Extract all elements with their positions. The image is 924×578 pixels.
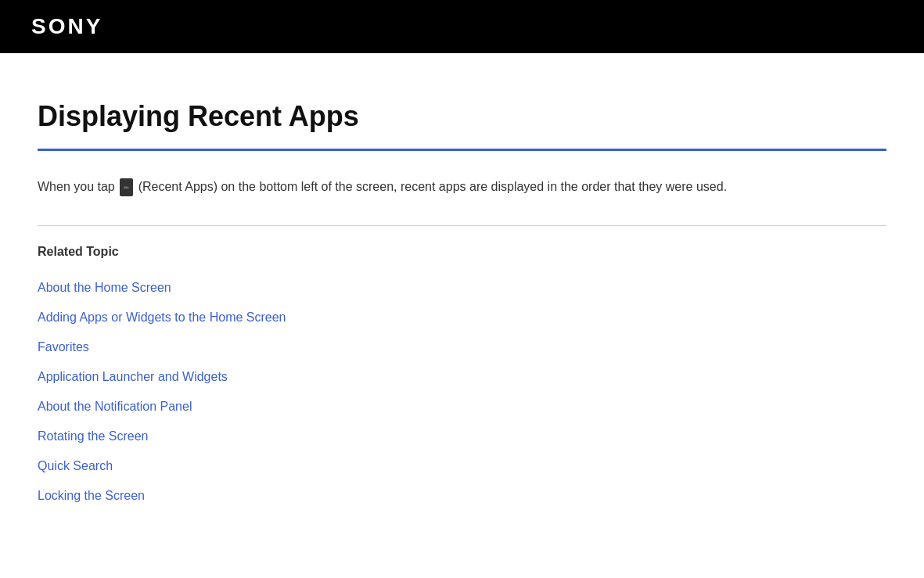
list-item: About the Notification Panel <box>38 392 886 422</box>
sony-logo: SONY <box>31 14 102 39</box>
related-link-0[interactable]: About the Home Screen <box>38 281 171 294</box>
related-link-5[interactable]: Rotating the Screen <box>38 429 148 443</box>
list-item: Rotating the Screen <box>38 422 886 451</box>
page-title: Displaying Recent Apps <box>38 100 886 133</box>
main-content: Displaying Recent Apps When you tap ⎓ (R… <box>0 53 924 542</box>
list-item: Locking the Screen <box>38 481 886 511</box>
body-text-before: When you tap <box>38 180 115 193</box>
related-links-list: About the Home ScreenAdding Apps or Widg… <box>38 273 886 511</box>
body-text-after: (Recent Apps) on the bottom left of the … <box>138 180 727 193</box>
related-link-6[interactable]: Quick Search <box>38 459 113 472</box>
recent-apps-icon: ⎓ <box>120 178 133 196</box>
related-divider <box>38 225 886 226</box>
related-link-4[interactable]: About the Notification Panel <box>38 400 192 413</box>
list-item: About the Home Screen <box>38 273 886 303</box>
related-link-7[interactable]: Locking the Screen <box>38 489 145 502</box>
list-item: Favorites <box>38 332 886 362</box>
related-topic-heading: Related Topic <box>38 245 886 259</box>
list-item: Application Launcher and Widgets <box>38 362 886 392</box>
list-item: Adding Apps or Widgets to the Home Scree… <box>38 303 886 332</box>
related-link-2[interactable]: Favorites <box>38 340 89 354</box>
site-header: SONY <box>0 0 924 53</box>
title-divider <box>38 149 886 151</box>
list-item: Quick Search <box>38 451 886 481</box>
main-body-text: When you tap ⎓ (Recent Apps) on the bott… <box>38 176 886 197</box>
related-link-3[interactable]: Application Launcher and Widgets <box>38 370 228 383</box>
related-link-1[interactable]: Adding Apps or Widgets to the Home Scree… <box>38 311 286 324</box>
